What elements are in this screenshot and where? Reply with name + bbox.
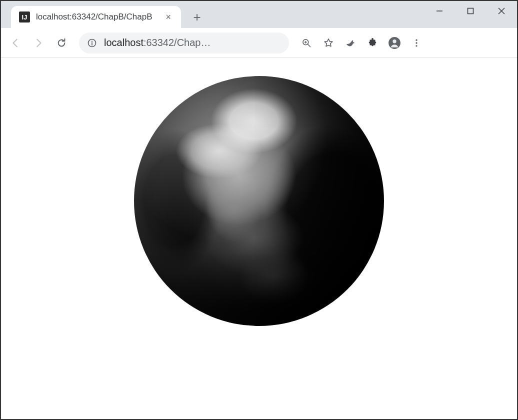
bird-icon <box>345 38 356 48</box>
site-info-button[interactable] <box>87 38 97 48</box>
bird-extension-button[interactable] <box>341 34 360 52</box>
back-button[interactable] <box>6 34 25 52</box>
url-host: localhost <box>104 37 144 48</box>
svg-point-5 <box>92 40 92 42</box>
toolbar: localhost:63342/Chap… <box>1 28 517 58</box>
window-controls <box>424 1 517 21</box>
url-path: :63342/Chap… <box>144 37 211 48</box>
bookmark-button[interactable] <box>319 34 338 52</box>
profile-button[interactable] <box>385 34 404 52</box>
tab-strip: IJ localhost:63342/ChapB/ChapB × + <box>1 1 517 28</box>
page-content <box>1 58 517 419</box>
svg-point-13 <box>416 39 417 40</box>
menu-button[interactable] <box>407 34 426 52</box>
extensions-button[interactable] <box>363 34 382 52</box>
arrow-right-icon <box>33 38 44 48</box>
close-icon <box>498 7 506 15</box>
svg-point-14 <box>416 42 417 44</box>
browser-window: IJ localhost:63342/ChapB/ChapB × + <box>1 1 517 419</box>
zoom-button[interactable] <box>297 34 316 52</box>
svg-rect-1 <box>468 8 474 14</box>
minimize-button[interactable] <box>424 1 455 21</box>
close-window-button[interactable] <box>486 1 517 21</box>
star-icon <box>323 38 334 48</box>
kebab-icon <box>412 38 422 48</box>
new-tab-button[interactable]: + <box>187 7 207 27</box>
zoom-in-icon <box>302 38 312 48</box>
url-text: localhost:63342/Chap… <box>104 37 281 48</box>
svg-point-12 <box>392 40 396 43</box>
svg-point-15 <box>416 45 417 46</box>
earth-globe-image <box>134 76 384 326</box>
puzzle-icon <box>367 38 378 48</box>
tab-title: localhost:63342/ChapB/ChapB <box>36 12 158 22</box>
minimize-icon <box>436 7 444 15</box>
info-icon <box>87 38 97 48</box>
active-tab[interactable]: IJ localhost:63342/ChapB/ChapB × <box>11 6 181 28</box>
toolbar-actions <box>297 34 426 52</box>
forward-button[interactable] <box>29 34 48 52</box>
maximize-button[interactable] <box>455 1 486 21</box>
address-bar[interactable]: localhost:63342/Chap… <box>79 32 289 54</box>
person-icon <box>388 36 401 50</box>
svg-line-8 <box>308 44 310 46</box>
favicon-intellij-icon: IJ <box>19 12 30 22</box>
close-tab-button[interactable]: × <box>164 12 173 22</box>
arrow-left-icon <box>10 38 21 48</box>
maximize-icon <box>467 8 474 14</box>
reload-icon <box>56 38 67 48</box>
reload-button[interactable] <box>52 34 71 52</box>
